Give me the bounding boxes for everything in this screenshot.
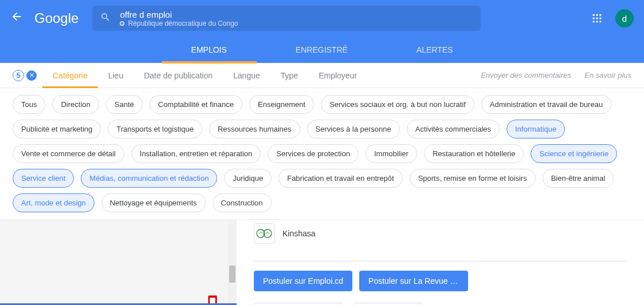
scrollbar[interactable] (228, 220, 237, 305)
chip-informatique[interactable]: Informatique (506, 120, 565, 138)
divider (254, 261, 627, 262)
chip-service-client[interactable]: Service client (13, 169, 74, 188)
chip-services-sociaux-et-org-but-non-lucratif[interactable]: Services sociaux et org. à but non lucra… (321, 95, 474, 114)
employer-logo (254, 223, 274, 244)
apps-icon[interactable] (591, 13, 603, 24)
chip-immobilier[interactable]: Immobilier (366, 144, 417, 163)
filter-date[interactable]: Date de publication (133, 71, 223, 80)
chip-art-mode-et-design[interactable]: Art, mode et design (13, 193, 95, 212)
filter-count: 5 ✕ (13, 70, 37, 81)
chip-construction[interactable]: Construction (213, 193, 272, 212)
chip-direction[interactable]: Direction (52, 95, 99, 114)
chip-activit-s-commerciales[interactable]: Activités commerciales (407, 120, 500, 138)
filter-langue[interactable]: Langue (223, 71, 270, 80)
chip-bien-tre-animal[interactable]: Bien-être animal (543, 169, 614, 188)
scroll-thumb[interactable] (229, 266, 235, 283)
category-chips: TousDirectionSantéComptabilité et financ… (0, 88, 644, 220)
filter-categorie[interactable]: Catégorie (42, 71, 98, 80)
count-badge: 5 (13, 70, 24, 81)
chip-comptabilit-et-finance[interactable]: Comptabilité et finance (150, 95, 242, 114)
svg-point-8 (599, 21, 601, 22)
chip-restauration-et-h-tellerie[interactable]: Restauration et hôtellerie (424, 144, 524, 163)
back-arrow[interactable] (10, 10, 23, 26)
meta-type: À plein temps (354, 303, 423, 305)
chip-services-de-protection[interactable]: Services de protection (268, 144, 359, 163)
filter-employeur[interactable]: Employeur (308, 71, 367, 80)
svg-point-2 (599, 14, 601, 16)
svg-point-6 (593, 21, 595, 22)
job-detail-pane: Kinshasa Postuler sur Emploi.cd Postuler… (237, 220, 644, 305)
chip-sant-[interactable]: Santé (106, 95, 143, 114)
chip-nettoyage-et-quipements[interactable]: Nettoyage et équipements (101, 193, 206, 212)
meta-time: Il y a plus d'un mois (254, 303, 343, 305)
results-pane: Activez les alertes par e-mail pour cett… (0, 220, 237, 305)
chip-services-la-personne[interactable]: Services à la personne (307, 120, 400, 138)
svg-point-4 (596, 17, 598, 19)
search-box[interactable]: offre d emploi République démocratique d… (92, 6, 481, 31)
job-location: Kinshasa (282, 229, 316, 238)
tab-emplois[interactable]: EMPLOIS (157, 37, 261, 63)
chip-fabrication-et-travail-en-entrep-t[interactable]: Fabrication et travail en entrepôt (278, 169, 402, 188)
chip-publicit-et-marketing[interactable]: Publicité et marketing (13, 120, 101, 138)
chip-juridique[interactable]: Juridique (224, 169, 272, 188)
search-icon (100, 12, 111, 25)
chip-ressources-humaines[interactable]: Ressources humaines (209, 120, 300, 138)
apply-button-1[interactable]: Postuler sur Emploi.cd (254, 271, 352, 291)
svg-point-7 (596, 21, 598, 22)
svg-point-5 (599, 17, 601, 19)
avatar[interactable]: d (615, 9, 634, 27)
svg-point-1 (596, 14, 598, 16)
clear-filters-icon[interactable]: ✕ (26, 70, 37, 81)
tab-alertes[interactable]: ALERTES (382, 37, 488, 63)
chip-science-et-ing-nierie[interactable]: Science et ingénierie (531, 144, 617, 163)
chip-tous[interactable]: Tous (13, 95, 45, 114)
chip-vente-et-commerce-de-d-tail[interactable]: Vente et commerce de détail (13, 144, 124, 163)
chip-transports-et-logistique[interactable]: Transports et logistique (108, 120, 202, 138)
google-logo[interactable]: Google (34, 10, 78, 26)
feedback-link[interactable]: Envoyer des commentaires (481, 71, 571, 80)
apply-button-2[interactable]: Postuler sur La Revue De L'… (359, 271, 468, 291)
chip-administration-et-travail-de-bureau[interactable]: Administration et travail de bureau (481, 95, 611, 114)
chip-sports-remise-en-forme-et-loisirs[interactable]: Sports, remise en forme et loisirs (410, 169, 536, 188)
search-location: République démocratique du Congo (120, 19, 238, 27)
filter-type[interactable]: Type (270, 71, 308, 80)
tab-enregistre[interactable]: ENREGISTRÉ (261, 37, 382, 63)
search-query: offre d emploi (120, 10, 238, 19)
chip-installation-entretien-et-r-paration[interactable]: Installation, entretien et réparation (131, 144, 261, 163)
chip-enseignement[interactable]: Enseignement (249, 95, 314, 114)
learn-more-link[interactable]: En savoir plus (584, 71, 631, 80)
svg-point-0 (593, 14, 595, 16)
svg-point-3 (593, 17, 595, 19)
chip-m-dias-communication-et-r-daction[interactable]: Médias, communication et rédaction (81, 169, 217, 188)
filter-lieu[interactable]: Lieu (98, 71, 133, 80)
